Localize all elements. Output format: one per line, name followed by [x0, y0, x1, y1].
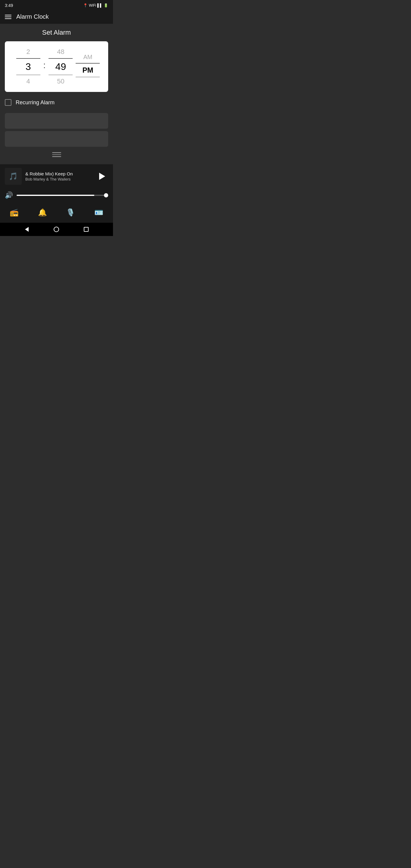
time-separator: :: [43, 61, 46, 73]
status-time: 3:49: [5, 3, 13, 8]
minute-above: 48: [57, 46, 64, 58]
recents-button[interactable]: [83, 226, 89, 232]
android-nav: [0, 223, 113, 236]
input-field-2[interactable]: [5, 131, 108, 147]
volume-fill: [17, 195, 94, 196]
menu-line-2: [5, 17, 11, 17]
hour-below: 4: [26, 76, 30, 87]
play-icon: [99, 173, 105, 180]
drag-handle[interactable]: [5, 149, 108, 158]
wifi-icon: WiFi: [89, 3, 96, 7]
recurring-alarm-row[interactable]: Recurring Alarm: [5, 98, 108, 107]
track-artist: Bob Marley & The Wailers: [25, 177, 91, 181]
minute-divider-top: [49, 58, 73, 59]
nav-item-mic[interactable]: 🎙️: [63, 207, 78, 218]
mic-icon: 🎙️: [66, 208, 75, 217]
hour-above: 2: [26, 46, 30, 58]
recurring-label: Recurring Alarm: [16, 99, 55, 106]
page-title: Alarm Clock: [16, 13, 49, 20]
minutes-column[interactable]: 48 49 50: [45, 46, 76, 87]
menu-line-1: [5, 15, 11, 16]
set-alarm-title: Set Alarm: [5, 29, 108, 36]
hour-selected[interactable]: 3: [26, 59, 31, 74]
period-divider-top: [76, 63, 100, 64]
minute-divider-bottom: [49, 75, 73, 75]
alarm-icon: 🔔: [38, 208, 47, 217]
volume-icon: 🔊: [5, 191, 13, 199]
period-divider-bottom: [76, 77, 100, 78]
period-selected[interactable]: PM: [82, 64, 93, 76]
drag-line-1: [52, 152, 61, 153]
album-art-icon: 🎵: [9, 172, 18, 181]
nav-item-alarm[interactable]: 🔔: [35, 207, 50, 218]
app-header: Alarm Clock: [0, 10, 113, 24]
input-field-1[interactable]: [5, 113, 108, 129]
play-button[interactable]: [95, 170, 108, 183]
volume-row: 🔊: [0, 188, 113, 204]
location-icon: 📍: [83, 3, 88, 7]
nav-item-radio[interactable]: 📻: [7, 207, 22, 218]
menu-button[interactable]: [5, 15, 11, 19]
contact-icon: 🪪: [94, 208, 103, 217]
drag-line-3: [52, 156, 61, 157]
track-title: & Robbie Mix) Keep On: [25, 171, 91, 176]
status-icons: 📍 WiFi ▌▌ 🔋: [83, 3, 108, 7]
music-player: 🎵 & Robbie Mix) Keep On Bob Marley & The…: [0, 164, 113, 188]
drag-line-2: [52, 154, 61, 155]
period-above: AM: [83, 52, 92, 62]
hour-divider-top: [16, 58, 40, 59]
volume-track[interactable]: [17, 195, 108, 196]
main-content: Set Alarm 2 3 4 : 48 49 50: [0, 24, 113, 163]
status-bar: 3:49 📍 WiFi ▌▌ 🔋: [0, 0, 113, 10]
menu-line-3: [5, 19, 11, 19]
radio-icon: 📻: [10, 208, 19, 217]
volume-thumb[interactable]: [104, 193, 108, 197]
bottom-nav: 📻 🔔 🎙️ 🪪: [0, 204, 113, 223]
back-button[interactable]: [24, 226, 30, 232]
album-art: 🎵: [5, 168, 22, 185]
hour-divider-bottom: [16, 75, 40, 75]
signal-icon: ▌▌: [97, 3, 102, 7]
back-arrow-icon: [25, 227, 29, 232]
hours-column[interactable]: 2 3 4: [13, 46, 43, 87]
home-button[interactable]: [53, 226, 59, 232]
period-column[interactable]: AM PM: [76, 52, 100, 82]
time-picker[interactable]: 2 3 4 : 48 49 50 AM PM: [5, 41, 108, 92]
track-info: & Robbie Mix) Keep On Bob Marley & The W…: [25, 171, 91, 181]
nav-item-contact[interactable]: 🪪: [91, 207, 106, 218]
recurring-checkbox[interactable]: [5, 99, 11, 106]
recents-square-icon: [84, 227, 89, 232]
drag-lines: [52, 152, 61, 157]
battery-icon: 🔋: [104, 3, 108, 7]
minute-selected[interactable]: 49: [56, 59, 66, 74]
picker-inner: 2 3 4 : 48 49 50 AM PM: [5, 46, 108, 87]
home-circle-icon: [54, 227, 59, 232]
minute-below: 50: [57, 76, 64, 87]
